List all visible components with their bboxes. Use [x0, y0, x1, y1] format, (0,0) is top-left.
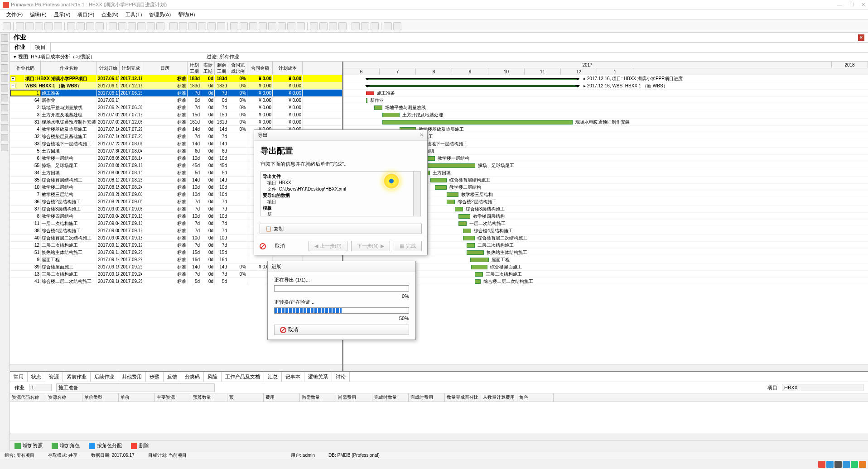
- finish-button[interactable]: ▦ 完成: [394, 241, 422, 251]
- activity-id-field[interactable]: 1: [29, 384, 52, 391]
- sb-btn[interactable]: [1, 94, 8, 101]
- col-pd[interactable]: 计划工期: [188, 62, 201, 75]
- gantt-row[interactable]: 新作业: [343, 97, 868, 104]
- tb-btn[interactable]: [169, 22, 178, 30]
- sb-btn[interactable]: [1, 54, 8, 62]
- detail-tab[interactable]: 分类码: [181, 372, 204, 382]
- sb-btn[interactable]: [1, 34, 8, 42]
- tb-btn[interactable]: [67, 22, 75, 30]
- detail-tab[interactable]: 逻辑关系: [304, 372, 332, 382]
- tb-btn[interactable]: [393, 22, 401, 30]
- tb-btn[interactable]: [278, 22, 286, 30]
- tb-btn[interactable]: [384, 22, 392, 30]
- gantt-row[interactable]: 综合楼二层二次结构施工: [343, 278, 868, 285]
- tb-btn[interactable]: [198, 22, 206, 30]
- tb-btn[interactable]: [259, 22, 267, 30]
- menu-project[interactable]: 项目(P): [75, 10, 97, 19]
- tb-btn[interactable]: [147, 22, 155, 30]
- tb-btn[interactable]: [310, 22, 318, 30]
- progress-cancel-button[interactable]: 取消: [274, 325, 409, 335]
- dialog-close-icon[interactable]: ✕: [420, 132, 424, 138]
- gantt-row[interactable]: ▸ 2017.12.16, WBS: HBXX.1 （新 WBS）: [343, 82, 868, 90]
- col-cpct[interactable]: 合同完成比例: [228, 62, 247, 75]
- tb-btn[interactable]: [268, 22, 276, 30]
- tb-btn[interactable]: [137, 22, 145, 30]
- sb-btn[interactable]: [1, 144, 8, 151]
- col-pend[interactable]: 计划完成: [120, 62, 142, 75]
- tb-btn[interactable]: [96, 22, 104, 30]
- chevron-down-icon[interactable]: ▾: [14, 54, 16, 60]
- detail-tab[interactable]: 常用: [10, 372, 28, 382]
- minimize-icon[interactable]: —: [837, 2, 842, 8]
- tb-btn[interactable]: [16, 22, 24, 30]
- h-scrollbar[interactable]: [10, 364, 342, 371]
- detail-tab[interactable]: 讨论: [332, 372, 350, 382]
- tb-btn[interactable]: [54, 22, 62, 30]
- sb-btn[interactable]: [1, 74, 8, 81]
- table-row[interactable]: −WBS: HBXX.1 （新 WBS）2017.06.172017.12.16…: [10, 82, 342, 90]
- add-role-button[interactable]: 增加角色: [52, 442, 80, 449]
- col-pstart[interactable]: 计划开始: [97, 62, 120, 75]
- col-cal[interactable]: 日历: [142, 62, 188, 75]
- gantt-row[interactable]: ▸ 2017.12.16, 项目: HBXX 湖滨小学PPP项目进度: [343, 75, 868, 82]
- add-resource-button[interactable]: 增加资源: [14, 442, 43, 449]
- menu-view[interactable]: 显示(V): [51, 10, 73, 19]
- col-rd[interactable]: 剩余工期: [215, 62, 228, 75]
- detail-h-scrollbar[interactable]: [10, 433, 868, 440]
- detail-tab[interactable]: 其他费用: [118, 372, 146, 382]
- tb-btn[interactable]: [118, 22, 126, 30]
- project-field[interactable]: HBXX: [782, 384, 863, 391]
- detail-tab[interactable]: 反馈: [164, 372, 181, 382]
- table-row[interactable]: 31现场水电暖通预埋制作安装2017.07.012017.12.08标准161d…: [10, 119, 342, 126]
- tb-btn[interactable]: [179, 22, 187, 30]
- tb-btn[interactable]: [319, 22, 328, 30]
- gantt-row[interactable]: 屋面工程: [343, 256, 868, 263]
- tab-activities[interactable]: 作业: [10, 42, 30, 53]
- tb-btn[interactable]: [371, 22, 379, 30]
- detail-tab[interactable]: 记事本: [282, 372, 304, 382]
- tb-btn[interactable]: [352, 22, 360, 30]
- tb-btn[interactable]: [329, 22, 337, 30]
- tb-btn[interactable]: [3, 22, 11, 30]
- col-id[interactable]: 作业代码: [10, 62, 41, 75]
- col-name[interactable]: 作业名称: [41, 62, 97, 75]
- col-camt[interactable]: 合同金额: [247, 62, 273, 75]
- gantt-row[interactable]: 场地平整与测量放线: [343, 104, 868, 111]
- detail-tab[interactable]: 步骤: [146, 372, 164, 382]
- maximize-icon[interactable]: ☐: [849, 2, 854, 8]
- delete-button[interactable]: 删除: [131, 442, 149, 449]
- menu-file[interactable]: 文件(F): [4, 10, 25, 19]
- detail-tab[interactable]: 工作产品及文档: [222, 372, 264, 382]
- sb-btn[interactable]: [1, 104, 8, 111]
- detail-tab[interactable]: 紧前作业: [63, 372, 91, 382]
- gantt-row[interactable]: 三层二次结构施工: [343, 271, 868, 278]
- menu-help[interactable]: 帮助(H): [175, 10, 198, 19]
- tb-btn[interactable]: [128, 22, 136, 30]
- menu-edit[interactable]: 编辑(E): [27, 10, 49, 19]
- tray-icon[interactable]: [859, 461, 866, 468]
- cancel-button[interactable]: 取消: [270, 241, 290, 251]
- tray-icon[interactable]: [818, 461, 825, 468]
- tb-btn[interactable]: [361, 22, 369, 30]
- gantt-row[interactable]: 综合楼屋面施工: [343, 263, 868, 271]
- tray-icon[interactable]: [843, 461, 850, 468]
- sb-btn[interactable]: [1, 44, 8, 52]
- next-button[interactable]: 下一步(N) ▶: [351, 241, 390, 251]
- tb-btn[interactable]: [217, 22, 225, 30]
- tb-btn[interactable]: [86, 22, 94, 30]
- prev-button[interactable]: ◀ 上一步(P): [309, 241, 347, 251]
- table-row[interactable]: 1施工准备2017.06.172017.06.23标准7d0d7d0%¥ 0.0…: [10, 90, 342, 97]
- table-row[interactable]: −项目: HBXX 湖滨小学PPP项目2017.06.172017.12.16标…: [10, 75, 342, 82]
- tb-btn[interactable]: [297, 22, 305, 30]
- assign-by-role-button[interactable]: 按角色分配: [89, 442, 122, 449]
- tray-icon[interactable]: [834, 461, 842, 468]
- sb-btn[interactable]: [1, 124, 8, 131]
- tb-btn[interactable]: [287, 22, 295, 30]
- sb-btn[interactable]: [1, 64, 8, 72]
- sb-btn[interactable]: [1, 134, 8, 141]
- menu-tools[interactable]: 工具(T): [123, 10, 145, 19]
- col-ad[interactable]: 实际工期: [201, 62, 215, 75]
- tb-btn[interactable]: [156, 22, 164, 30]
- table-row[interactable]: 3土方开挖及地基处理2017.07.012017.07.15标准15d0d15d…: [10, 111, 342, 119]
- tb-btn[interactable]: [207, 22, 216, 30]
